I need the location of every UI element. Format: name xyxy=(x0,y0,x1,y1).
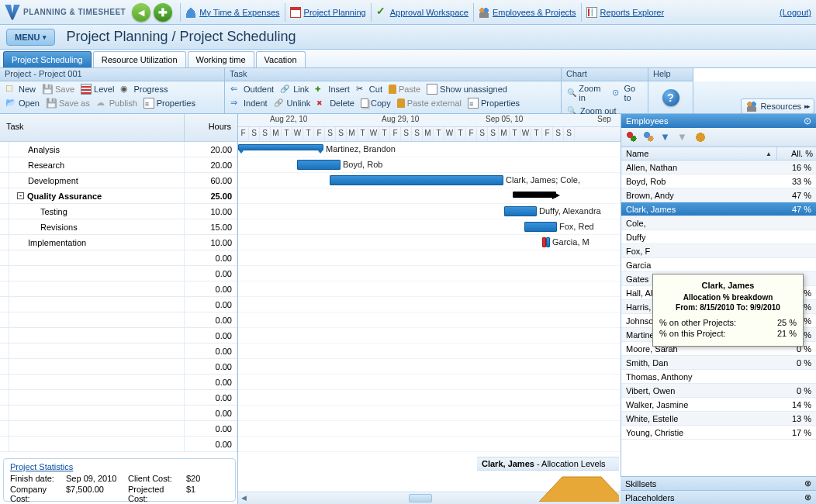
tb-paste-external[interactable]: Paste external xyxy=(395,97,464,109)
resources-toggle-button[interactable]: Resources xyxy=(741,98,814,114)
gantt-bar[interactable] xyxy=(542,237,546,247)
task-row[interactable]: Testing10.00 xyxy=(0,204,237,219)
gantt-bar[interactable]: Fox, Red xyxy=(524,222,557,232)
task-row[interactable]: 0.00 xyxy=(0,266,237,281)
menu-button[interactable]: MENU xyxy=(6,29,55,46)
nav-back-button[interactable]: ◄ xyxy=(132,3,150,22)
tb-outdent[interactable]: Outdent xyxy=(228,83,276,95)
gantt-bar[interactable] xyxy=(513,192,556,198)
tb-save[interactable]: Save xyxy=(40,83,77,95)
skillsets-header[interactable]: Skillsets⊗ xyxy=(621,476,816,490)
task-row[interactable]: 0.00 xyxy=(0,312,237,328)
task-row[interactable]: Research20.00 xyxy=(0,157,237,173)
employee-row[interactable]: Boyd, Rob33 % xyxy=(621,174,816,188)
clear-filter-icon[interactable] xyxy=(677,131,690,143)
help-button[interactable]: ? xyxy=(662,89,679,106)
task-row[interactable]: Development60.00 xyxy=(0,173,237,188)
tb-unlink[interactable]: Unlink xyxy=(271,97,313,109)
placeholders-header[interactable]: Placeholders⊗ xyxy=(621,490,816,504)
tab-working-time[interactable]: Working time xyxy=(188,51,254,67)
employee-row[interactable]: Allen, Nathan16 % xyxy=(621,161,816,174)
tab-project-scheduling[interactable]: Project Scheduling xyxy=(3,51,92,67)
employee-row[interactable]: Clark, James47 % xyxy=(621,202,816,216)
task-row[interactable]: -Quality Assurance25.00 xyxy=(0,188,237,204)
tb-properties[interactable]: Properties xyxy=(141,97,198,109)
employees-header[interactable]: Employees⊙ xyxy=(621,114,816,128)
tb-indent[interactable]: Indent xyxy=(228,97,270,109)
tab-vacation[interactable]: Vacation xyxy=(256,51,306,67)
tb-show-unassigned[interactable]: Show unassigned xyxy=(424,83,510,95)
tb-zoom-in[interactable]: Zoom in xyxy=(565,83,608,103)
tb-head-task: Task xyxy=(225,68,562,81)
employee-row[interactable]: Thomas, Anthony xyxy=(621,370,816,384)
project-stats-link[interactable]: Project Statistics xyxy=(10,462,73,471)
employee-row[interactable]: White, Estelle13 % xyxy=(621,412,816,426)
task-row[interactable]: 0.00 xyxy=(0,250,237,266)
emp-col-allocation[interactable]: All. % xyxy=(777,147,816,160)
tb-new[interactable]: New xyxy=(3,83,38,95)
tb-progress[interactable]: Progress xyxy=(118,83,170,95)
task-row[interactable]: 0.00 xyxy=(0,297,237,312)
employee-row[interactable]: Duffy xyxy=(621,230,816,244)
task-grid: Task Hours Analysis20.00Research20.00Dev… xyxy=(0,114,238,504)
bar-label: Duffy, Alexandra xyxy=(539,206,601,216)
task-row[interactable]: 0.00 xyxy=(0,281,237,297)
cost-icon[interactable] xyxy=(694,131,707,143)
task-row[interactable]: Analysis20.00 xyxy=(0,142,237,157)
tb-goto[interactable]: Go to xyxy=(610,83,645,103)
filter-icon[interactable] xyxy=(660,131,673,143)
col-task[interactable]: Task xyxy=(0,114,185,141)
tb-task-properties[interactable]: Properties xyxy=(465,97,522,109)
nav-reports-explorer[interactable]: Reports Explorer xyxy=(583,5,668,19)
tb-cut[interactable]: Cut xyxy=(354,83,385,95)
task-name: Analysis xyxy=(28,145,60,154)
task-row[interactable]: 0.00 xyxy=(0,406,237,421)
tb-open[interactable]: Open xyxy=(3,97,42,109)
task-row[interactable]: 0.00 xyxy=(0,359,237,375)
employee-row[interactable]: Smith, Dan0 % xyxy=(621,356,816,370)
task-row[interactable]: 0.00 xyxy=(0,375,237,390)
nav-approval-workspace[interactable]: Approval Workspace xyxy=(373,5,472,19)
task-row[interactable]: Implementation10.00 xyxy=(0,235,237,250)
tb-delete[interactable]: Delete xyxy=(314,97,357,109)
nav-forward-button[interactable]: ✚ xyxy=(154,3,172,22)
tb-insert[interactable]: Insert xyxy=(313,83,352,95)
tb-saveas[interactable]: Save as xyxy=(43,97,92,109)
gantt-bar[interactable]: Boyd, Rob xyxy=(297,160,341,170)
gantt-bar[interactable]: Garcia, M xyxy=(546,237,550,247)
tab-resource-utilization[interactable]: Resource Utilization xyxy=(93,51,186,67)
add-employee-icon[interactable] xyxy=(626,131,638,143)
hscroll-thumb[interactable] xyxy=(409,494,432,502)
emp-col-name[interactable]: Name xyxy=(621,147,777,160)
employee-row[interactable]: Cole, xyxy=(621,216,816,230)
employee-row[interactable]: Fox, F xyxy=(621,244,816,258)
tb-link[interactable]: Link xyxy=(278,83,311,95)
task-row[interactable]: Revisions15.00 xyxy=(0,219,237,235)
gantt-bar[interactable]: Duffy, Alexandra xyxy=(504,206,537,216)
collapse-icon[interactable]: ⊙ xyxy=(804,116,811,126)
add-team-icon[interactable] xyxy=(643,131,655,143)
gantt-bar[interactable]: Clark, James; Cole, xyxy=(330,175,503,185)
gantt-bar[interactable]: Martinez, Brandon xyxy=(238,144,323,150)
task-row[interactable]: 0.00 xyxy=(0,437,237,452)
nav-my-time[interactable]: My Time & Expenses xyxy=(182,5,282,19)
tb-paste[interactable]: Paste xyxy=(386,83,423,95)
nav-employees-projects[interactable]: Employees & Projects xyxy=(475,5,579,19)
task-row[interactable]: 0.00 xyxy=(0,390,237,406)
employee-row[interactable]: Garcia xyxy=(621,258,816,272)
task-row[interactable]: 0.00 xyxy=(0,328,237,343)
task-row[interactable]: 0.00 xyxy=(0,421,237,437)
collapse-toggle[interactable]: - xyxy=(17,192,24,199)
employee-row[interactable]: Young, Christie17 % xyxy=(621,426,816,440)
tb-level[interactable]: Level xyxy=(78,83,116,95)
col-hours[interactable]: Hours xyxy=(185,114,237,141)
employee-row[interactable]: Vibert, Owen0 % xyxy=(621,384,816,398)
logout-link[interactable]: (Logout) xyxy=(780,8,811,17)
nav-project-planning[interactable]: Project Planning xyxy=(287,5,369,19)
employee-row[interactable]: Walker, Jasmine14 % xyxy=(621,398,816,412)
tb-publish[interactable]: Publish xyxy=(94,97,140,109)
task-row[interactable]: 0.00 xyxy=(0,343,237,359)
tb-copy[interactable]: Copy xyxy=(358,97,393,109)
employee-row[interactable]: Brown, Andy47 % xyxy=(621,188,816,202)
zoomin-icon xyxy=(567,88,576,98)
